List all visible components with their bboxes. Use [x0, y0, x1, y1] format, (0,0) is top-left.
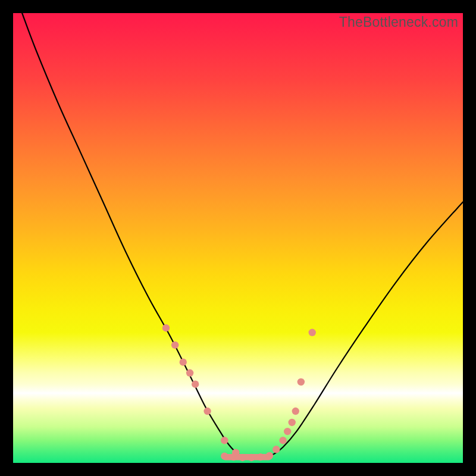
- marker-dot: [289, 419, 296, 426]
- chart-frame: TheBottleneck.com: [0, 0, 476, 476]
- marker-dot: [230, 453, 237, 461]
- marker-dot: [221, 452, 228, 459]
- marker-dot: [180, 358, 187, 365]
- bottom-marker-band: [223, 454, 272, 461]
- marker-dot: [203, 408, 211, 415]
- marker-dot: [162, 324, 170, 331]
- marker-dot: [309, 329, 316, 336]
- chart-svg: [13, 13, 463, 463]
- marker-dot: [266, 452, 273, 459]
- marker-dot: [279, 437, 286, 444]
- marker-dot: [298, 378, 305, 386]
- marker-dot: [186, 369, 193, 377]
- marker-dot: [257, 453, 264, 461]
- marker-dot: [221, 437, 228, 444]
- plot-area: TheBottleneck.com: [13, 13, 463, 463]
- marker-dot: [171, 342, 178, 349]
- marker-dot: [239, 454, 246, 461]
- marker-dots: [162, 324, 316, 461]
- marker-dot: [273, 446, 280, 453]
- marker-dot: [284, 428, 291, 435]
- bottleneck-curve: [22, 13, 463, 458]
- marker-dot: [192, 381, 199, 388]
- marker-dot: [292, 408, 299, 415]
- marker-dot: [248, 454, 255, 461]
